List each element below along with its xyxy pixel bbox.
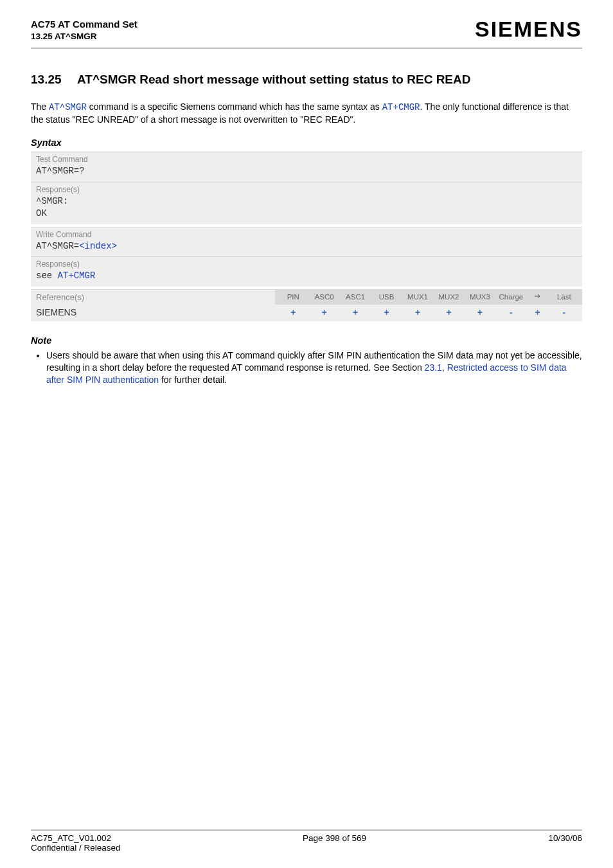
siemens-logo: SIEMENS [475, 17, 582, 42]
footer-date: 10/30/06 [548, 833, 582, 853]
reference-vendor: SIEMENS [31, 305, 275, 321]
footer-page: Page 398 of 569 [303, 833, 366, 853]
footer-left: AC75_ATC_V01.002 Confidential / Released [31, 833, 121, 853]
cmd-link-cmgr[interactable]: AT+CMGR [382, 102, 420, 112]
col-charge: Charge [495, 293, 526, 301]
val-usb: + [371, 307, 402, 317]
note-link-section[interactable]: 23.1 [425, 362, 442, 373]
col-usb: USB [371, 293, 402, 301]
note-item: Users should be aware that when using th… [46, 350, 582, 386]
val-charge: - [495, 307, 526, 317]
test-response-line1: ^SMGR: [36, 195, 577, 208]
cmd-link-smgr[interactable]: AT^SMGR [49, 102, 87, 112]
intro-pre: The [31, 102, 49, 112]
reference-values: + + + + + + + - + - [275, 305, 582, 321]
col-last: Last [549, 293, 580, 301]
note-list: Users should be aware that when using th… [46, 350, 582, 386]
write-response-text: see AT+CMGR [36, 270, 577, 283]
section-title-text: AT^SMGR Read short message without setti… [77, 72, 470, 88]
footer-rule [31, 829, 582, 831]
col-mux3: MUX3 [465, 293, 495, 301]
doc-subtitle: 13.25 AT^SMGR [31, 31, 138, 42]
test-response-label: Response(s) [36, 185, 577, 194]
col-asc0: ASC0 [308, 293, 339, 301]
col-mux2: MUX2 [433, 293, 464, 301]
val-mux3: + [465, 307, 495, 317]
col-airplane-icon [527, 292, 549, 301]
intro-mid: command is a specific Siemens command wh… [87, 102, 382, 112]
note-post: for further detail. [159, 375, 227, 385]
header-left: AC75 AT Command Set 13.25 AT^SMGR [31, 18, 138, 42]
val-mux2: + [433, 307, 464, 317]
test-command-label: Test Command [36, 155, 577, 164]
write-command-block: Write Command AT^SMGR=<index> [31, 227, 582, 257]
test-response-line2: OK [36, 208, 577, 220]
write-response-label: Response(s) [36, 260, 577, 269]
footer-confidential: Confidential / Released [31, 843, 121, 853]
footer-docid: AC75_ATC_V01.002 [31, 833, 121, 843]
write-command-text: AT^SMGR=<index> [36, 240, 577, 253]
val-mux1: + [402, 307, 433, 317]
footer-row: AC75_ATC_V01.002 Confidential / Released… [31, 833, 582, 853]
section-heading: 13.25 AT^SMGR Read short message without… [31, 72, 582, 88]
reference-label: Reference(s) [36, 292, 84, 302]
test-response-block: Response(s) ^SMGR: OK [31, 182, 582, 224]
val-airplane: + [527, 307, 549, 317]
note-heading: Note [31, 335, 582, 346]
page-footer: AC75_ATC_V01.002 Confidential / Released… [31, 829, 582, 853]
header-rule [31, 48, 582, 49]
col-mux1: MUX1 [402, 293, 433, 301]
test-command-text: AT^SMGR=? [36, 165, 577, 178]
airplane-icon [534, 292, 542, 300]
col-pin: PIN [278, 293, 308, 301]
write-cmd-pre: AT^SMGR= [36, 241, 79, 251]
write-response-block: Response(s) see AT+CMGR [31, 256, 582, 287]
reference-header-row: Reference(s) PIN ASC0 ASC1 USB MUX1 MUX2… [31, 289, 582, 305]
section-number: 13.25 [31, 72, 77, 88]
syntax-heading: Syntax [31, 137, 582, 148]
reference-label-cell: Reference(s) [31, 290, 275, 305]
doc-title: AC75 AT Command Set [31, 18, 138, 31]
test-command-block: Test Command AT^SMGR=? [31, 152, 582, 182]
col-asc1: ASC1 [340, 293, 371, 301]
reference-value-row: SIEMENS + + + + + + + - + - [31, 305, 582, 321]
write-cmd-param[interactable]: <index> [79, 241, 117, 251]
reference-cols: PIN ASC0 ASC1 USB MUX1 MUX2 MUX3 Charge … [275, 290, 582, 305]
write-command-label: Write Command [36, 230, 577, 239]
note-section: Note Users should be aware that when usi… [31, 335, 582, 386]
write-resp-pre: see [36, 270, 58, 281]
val-asc0: + [308, 307, 339, 317]
intro-paragraph: The AT^SMGR command is a specific Siemen… [31, 101, 582, 126]
write-resp-link[interactable]: AT+CMGR [58, 270, 96, 281]
note-sep: , [442, 362, 447, 373]
page-header: AC75 AT Command Set 13.25 AT^SMGR SIEMEN… [31, 18, 582, 42]
val-asc1: + [340, 307, 371, 317]
val-last: - [549, 307, 580, 317]
val-pin: + [278, 307, 308, 317]
